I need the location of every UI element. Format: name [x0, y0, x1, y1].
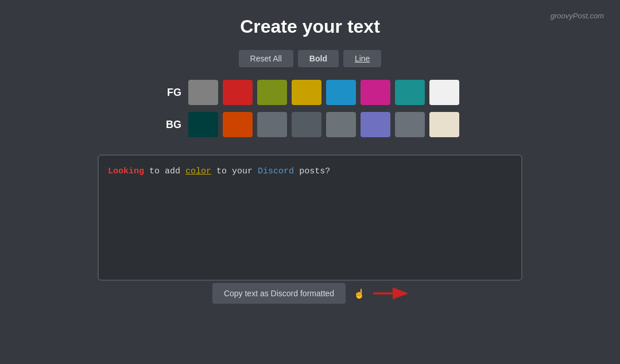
fg-color-red[interactable] [223, 80, 253, 105]
bg-color-purple[interactable] [361, 112, 390, 137]
copy-discord-button[interactable]: Copy text as Discord formatted [212, 283, 346, 304]
fg-label: FG [161, 87, 181, 99]
bg-color-orange[interactable] [223, 112, 253, 137]
preview-text: Looking to add color to your Discord pos… [99, 156, 521, 188]
fg-color-magenta[interactable] [361, 80, 390, 105]
bg-label: BG [161, 119, 181, 131]
copy-button-area: Copy text as Discord formatted ☝ [212, 283, 408, 304]
preview-word-to-add: to add [149, 166, 185, 176]
preview-word-discord: Discord [258, 166, 294, 176]
fg-color-teal[interactable] [395, 80, 425, 105]
fg-color-white[interactable] [429, 80, 459, 105]
preview-word-looking: Looking [108, 166, 144, 176]
bg-color-dark-gray1[interactable] [257, 112, 287, 137]
red-arrow-icon [373, 286, 408, 300]
bg-color-dark-teal[interactable] [188, 112, 218, 137]
bg-color-dark-gray2[interactable] [292, 112, 321, 137]
text-editor-container: Looking to add color to your Discord pos… [98, 154, 522, 281]
line-button[interactable]: Line [343, 50, 381, 67]
bg-color-dark-gray4[interactable] [395, 112, 425, 137]
watermark: groovyPost.com [551, 11, 604, 20]
fg-color-gray[interactable] [188, 80, 218, 105]
page-title: Create your text [240, 16, 380, 37]
fg-color-yellow[interactable] [292, 80, 321, 105]
fg-color-row: FG [161, 80, 459, 105]
bg-color-row: BG [161, 112, 459, 137]
preview-word-posts: posts? [299, 166, 330, 176]
bg-color-dark-gray3[interactable] [326, 112, 356, 137]
reset-all-button[interactable]: Reset All [239, 50, 293, 67]
toolbar: Reset All Bold Line [239, 50, 382, 67]
bold-button[interactable]: Bold [298, 50, 339, 67]
fg-color-olive[interactable] [257, 80, 287, 105]
fg-color-blue[interactable] [326, 80, 356, 105]
cursor-icon: ☝ [354, 288, 365, 299]
preview-word-to-your: to your [216, 166, 258, 176]
bg-color-cream[interactable] [429, 112, 459, 137]
preview-word-color: color [185, 166, 211, 176]
